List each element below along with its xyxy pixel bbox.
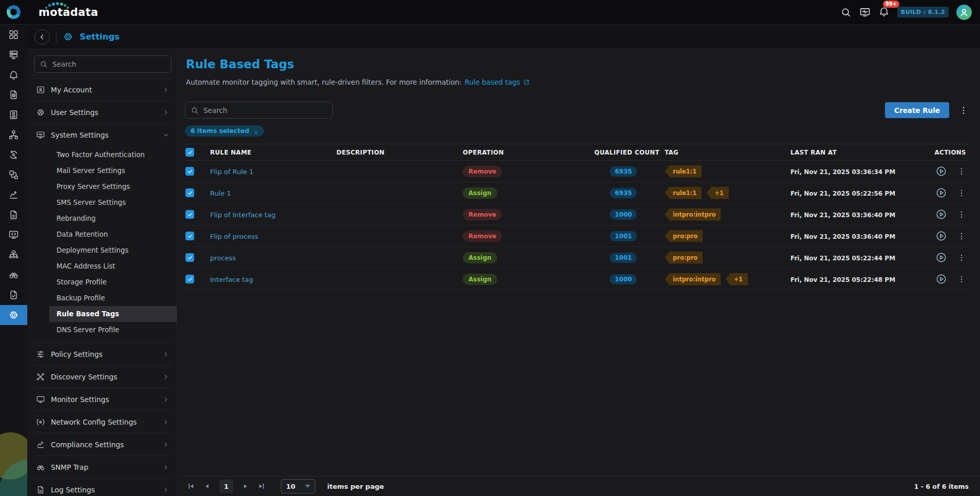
rail-item-document[interactable]: [0, 205, 27, 225]
search-icon: [840, 7, 852, 18]
person-icon: [958, 7, 970, 18]
run-rule-button[interactable]: [935, 252, 947, 263]
check-icon: [187, 233, 193, 239]
sidebar-subitem-deployment-settings[interactable]: Deployment Settings: [34, 242, 172, 258]
rail-item-alerts[interactable]: [0, 65, 27, 85]
page-context-title: Settings: [80, 32, 120, 42]
sidebar-item-network-config-settings[interactable]: Network Config Settings: [34, 411, 172, 433]
user-avatar[interactable]: [956, 5, 972, 20]
sidebar-item-discovery-settings[interactable]: Discovery Settings: [34, 366, 172, 388]
rule-name-link[interactable]: process: [210, 254, 236, 262]
row-checkbox[interactable]: [185, 167, 194, 176]
global-search-button[interactable]: [840, 7, 852, 18]
rail-item-dashboard[interactable]: [0, 25, 27, 45]
rail-item-audit[interactable]: [0, 285, 27, 305]
sidebar-item-snmp-trap[interactable]: SNMP Trap: [34, 456, 172, 478]
create-rule-button[interactable]: Create Rule: [885, 102, 949, 118]
rail-item-topology[interactable]: [0, 125, 27, 145]
rail-item-agent[interactable]: [0, 225, 27, 245]
sidebar-subitem-storage-profile[interactable]: Storage Profile: [34, 274, 172, 290]
row-checkbox[interactable]: [185, 210, 194, 219]
sidebar-block: User Settings: [34, 101, 172, 124]
chevron-right-icon: [162, 351, 169, 358]
check-icon: [187, 168, 193, 175]
rail-item-network[interactable]: [0, 245, 27, 265]
first-page-button[interactable]: [185, 480, 197, 492]
items-range-label: 1 - 6 of 6 items: [914, 483, 969, 490]
last-page-button[interactable]: [255, 480, 268, 492]
sidebar-item-my-account[interactable]: My Account: [34, 79, 172, 101]
page-last-icon: [256, 481, 267, 491]
back-button[interactable]: [34, 29, 50, 45]
rail-item-analytics[interactable]: [0, 185, 27, 205]
tag-chip: pro:pro: [665, 252, 703, 264]
row-menu-button[interactable]: [957, 188, 966, 198]
run-rule-button[interactable]: [935, 165, 947, 177]
app-logo[interactable]: [0, 5, 27, 19]
rule-name-link[interactable]: Flip of Rule 1: [210, 168, 253, 176]
row-checkbox[interactable]: [185, 232, 194, 240]
sidebar-subitem-two-factor-authentication[interactable]: Two Factor Authentication: [34, 147, 172, 163]
sidebar-subitem-data-retention[interactable]: Data Retention: [34, 226, 172, 242]
compliance-icon: [36, 440, 45, 449]
selection-chip-label: 6 items selected: [191, 127, 249, 135]
rail-item-inventory[interactable]: [0, 45, 27, 65]
rail-item-integration[interactable]: [0, 165, 27, 185]
rail-item-report[interactable]: [0, 105, 27, 125]
next-page-button[interactable]: [239, 480, 252, 492]
sidebar-search-input[interactable]: [52, 60, 166, 68]
row-checkbox[interactable]: [185, 253, 194, 262]
sidebar-item-monitor-settings[interactable]: Monitor Settings: [34, 388, 172, 410]
column-header-tag: TAG: [665, 149, 790, 156]
row-menu-button[interactable]: [957, 253, 966, 262]
rule-name-link[interactable]: Rule 1: [210, 189, 231, 197]
rule-name-link[interactable]: Flip of process: [210, 233, 258, 240]
rule-name-link[interactable]: Flip of Interface tag: [210, 211, 275, 219]
row-menu-button[interactable]: [957, 275, 966, 284]
page-size-value: 10: [286, 483, 295, 490]
row-checkbox[interactable]: [185, 188, 194, 197]
sidebar-item-policy-settings[interactable]: Policy Settings: [34, 343, 172, 365]
clear-selection-button[interactable]: [254, 129, 258, 133]
row-checkbox[interactable]: [185, 275, 194, 283]
toolbar-menu-button[interactable]: [958, 105, 969, 116]
play-icon: [935, 230, 947, 242]
monitor-activity-button[interactable]: [859, 7, 871, 18]
schedule-file-icon: [8, 89, 19, 100]
rail-item-schedule-file[interactable]: [0, 85, 27, 105]
run-rule-button[interactable]: [935, 230, 947, 242]
sidebar-subitem-mail-server-settings[interactable]: Mail Server Settings: [34, 163, 172, 179]
rule-name-link[interactable]: Interface tag: [210, 276, 253, 283]
row-menu-button[interactable]: [957, 210, 966, 219]
sidebar-subitem-dns-server-profile[interactable]: DNS Server Profile: [34, 322, 172, 338]
rail-item-discovery[interactable]: [0, 265, 27, 285]
rail-item-automation[interactable]: [0, 145, 27, 165]
rail-item-settings[interactable]: [0, 305, 27, 325]
last-ran-timestamp: Fri, Nov 21, 2025 05:22:44 PM: [790, 255, 895, 262]
sidebar-subitem-rule-based-tags[interactable]: Rule Based Tags: [49, 306, 177, 322]
current-page[interactable]: 1: [219, 480, 233, 493]
sidebar-item-system-settings[interactable]: System Settings: [34, 124, 172, 146]
table-search-input[interactable]: [203, 106, 327, 115]
sidebar-subitem-proxy-server-settings[interactable]: Proxy Server Settings: [34, 179, 172, 195]
sidebar-subitem-sms-server-settings[interactable]: SMS Server Settings: [34, 195, 172, 211]
sidebar-item-compliance-settings[interactable]: Compliance Settings: [34, 433, 172, 455]
run-rule-button[interactable]: [935, 187, 947, 199]
row-menu-button[interactable]: [957, 232, 966, 241]
sidebar-item-label: My Account: [51, 86, 157, 94]
sidebar-item-log-settings[interactable]: Log Settings: [34, 479, 172, 496]
page-first-icon: [186, 481, 196, 491]
run-rule-button[interactable]: [935, 273, 947, 285]
brand-dots-decoration: [45, 2, 71, 8]
run-rule-button[interactable]: [935, 208, 947, 220]
prev-page-button[interactable]: [201, 480, 213, 492]
breadcrumb-bar: Settings: [27, 25, 980, 49]
sidebar-item-user-settings[interactable]: User Settings: [34, 101, 172, 123]
page-size-select[interactable]: 10: [281, 479, 315, 493]
sidebar-subitem-rebranding[interactable]: Rebranding: [34, 211, 172, 226]
select-all-checkbox[interactable]: [185, 148, 194, 157]
sidebar-subitem-backup-profile[interactable]: Backup Profile: [34, 290, 172, 306]
doc-link[interactable]: Rule based tags: [465, 78, 530, 86]
sidebar-subitem-mac-address-list[interactable]: MAC Address List: [34, 258, 172, 274]
row-menu-button[interactable]: [957, 167, 966, 176]
